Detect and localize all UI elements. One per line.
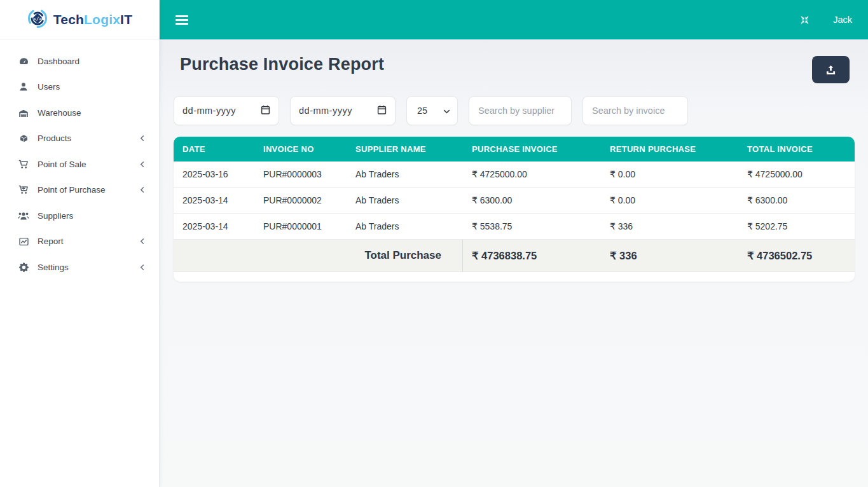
date-to-value: dd-mm-yyyy xyxy=(299,106,352,116)
cell-purchase-invoice: ₹ 4725000.00 xyxy=(463,161,601,188)
sidebar-item-label: Products xyxy=(38,134,71,143)
sidebar: </> TechLogixIT Dashboard Users xyxy=(0,0,160,487)
sidebar-item-products[interactable]: Products xyxy=(0,126,159,152)
column-header-supplier-name: SUPPLIER NAME xyxy=(347,137,463,161)
table-row: 2025-03-16 PUR#0000003 Ab Traders ₹ 4725… xyxy=(174,161,855,188)
cart-icon xyxy=(18,159,29,169)
user-icon xyxy=(18,82,29,92)
chevron-left-icon xyxy=(140,264,145,271)
users-group-icon xyxy=(18,210,29,221)
user-menu[interactable]: Jack xyxy=(833,15,852,25)
table-header: DATE INVOICE NO SUPPLIER NAME PURCHASE I… xyxy=(174,137,855,161)
sidebar-item-point-of-purchase[interactable]: Point of Purchase xyxy=(0,177,159,203)
column-header-return-purchase: RETURN PURCHASE xyxy=(601,137,738,161)
sidebar-item-settings[interactable]: Settings xyxy=(0,254,159,280)
page-title: Purchase Invoice Report xyxy=(180,55,384,74)
date-to-input[interactable]: dd-mm-yyyy xyxy=(290,96,396,125)
cart-plus-icon xyxy=(18,185,29,195)
column-header-total-invoice: TOTAL INVOICE xyxy=(738,137,855,161)
total-invoice: ₹ 4736502.75 xyxy=(738,240,855,272)
cell-return-purchase: ₹ 0.00 xyxy=(601,188,738,214)
sidebar-item-dashboard[interactable]: Dashboard xyxy=(0,48,159,74)
sidebar-item-label: Warehouse xyxy=(38,108,81,118)
filter-bar: dd-mm-yyyy dd-mm-yyyy xyxy=(174,96,854,125)
table-row: 2025-03-14 PUR#0000001 Ab Traders ₹ 5538… xyxy=(174,214,855,240)
total-purchase-invoice: ₹ 4736838.75 xyxy=(463,240,601,272)
warehouse-icon xyxy=(18,107,29,118)
sidebar-item-report[interactable]: Report xyxy=(0,229,159,255)
sidebar-toggle-button[interactable] xyxy=(176,15,188,25)
sidebar-item-users[interactable]: Users xyxy=(0,74,159,100)
fullscreen-toggle-button[interactable] xyxy=(799,15,810,25)
sidebar-item-label: Settings xyxy=(38,263,69,272)
sidebar-nav: Dashboard Users Warehouse xyxy=(0,39,159,289)
calendar-icon xyxy=(261,105,270,117)
cell-total-invoice: ₹ 5202.75 xyxy=(738,214,855,240)
box-icon xyxy=(18,134,29,144)
cell-supplier: Ab Traders xyxy=(347,188,463,214)
chevron-left-icon xyxy=(140,238,145,245)
upload-icon xyxy=(825,65,836,75)
export-button[interactable] xyxy=(812,56,850,83)
page-content: Purchase Invoice Report dd-mm-yyyy xyxy=(160,39,868,487)
chevron-left-icon xyxy=(140,186,145,193)
sidebar-item-label: Users xyxy=(38,82,60,92)
main-area: Jack Purchase Invoice Report dd-mm-yyyy xyxy=(160,0,868,487)
cell-date: 2025-03-16 xyxy=(174,161,254,188)
table-row: 2025-03-14 PUR#0000002 Ab Traders ₹ 6300… xyxy=(174,188,855,214)
date-from-value: dd-mm-yyyy xyxy=(183,106,236,116)
brand-logo[interactable]: </> TechLogixIT xyxy=(0,0,159,39)
sidebar-item-point-of-sale[interactable]: Point of Sale xyxy=(0,151,159,177)
sidebar-item-label: Report xyxy=(38,237,64,246)
cell-invoice-no: PUR#0000002 xyxy=(254,188,347,214)
invoice-table-card: DATE INVOICE NO SUPPLIER NAME PURCHASE I… xyxy=(174,137,855,282)
cell-date: 2025-03-14 xyxy=(174,188,254,214)
total-return-purchase: ₹ 336 xyxy=(601,240,738,272)
calendar-icon xyxy=(377,105,387,117)
page-size-select[interactable]: 25 xyxy=(406,96,458,125)
chart-line-icon xyxy=(18,237,29,247)
cell-invoice-no: PUR#0000001 xyxy=(254,214,347,240)
brand-name: TechLogixIT xyxy=(53,12,132,27)
chevron-left-icon xyxy=(140,135,145,142)
column-header-purchase-invoice: PURCHASE INVOICE xyxy=(463,137,601,161)
sidebar-item-suppliers[interactable]: Suppliers xyxy=(0,203,159,229)
gear-icon xyxy=(18,262,29,272)
brand-logo-icon: </> xyxy=(27,8,48,32)
sidebar-item-warehouse[interactable]: Warehouse xyxy=(0,100,159,126)
cell-supplier: Ab Traders xyxy=(347,214,463,240)
chevron-down-icon xyxy=(443,106,450,116)
dashboard-icon xyxy=(18,56,29,66)
column-header-date: DATE xyxy=(174,137,254,161)
cell-supplier: Ab Traders xyxy=(347,161,463,188)
sidebar-item-label: Suppliers xyxy=(38,211,73,221)
compress-icon xyxy=(799,15,810,25)
table-footer: Total Purchase ₹ 4736838.75 ₹ 336 ₹ 4736… xyxy=(174,240,855,272)
cell-total-invoice: ₹ 4725000.00 xyxy=(738,161,855,188)
column-header-invoice-no: INVOICE NO xyxy=(254,137,347,161)
invoice-table: DATE INVOICE NO SUPPLIER NAME PURCHASE I… xyxy=(174,137,855,272)
page-size-value: 25 xyxy=(417,106,427,116)
total-label: Total Purchase xyxy=(174,240,463,272)
cell-return-purchase: ₹ 336 xyxy=(601,214,738,240)
svg-text:</>: </> xyxy=(33,16,42,22)
sidebar-item-label: Dashboard xyxy=(38,57,79,66)
cell-purchase-invoice: ₹ 6300.00 xyxy=(463,188,601,214)
sidebar-item-label: Point of Purchase xyxy=(38,185,106,195)
cell-total-invoice: ₹ 6300.00 xyxy=(738,188,855,214)
cell-invoice-no: PUR#0000003 xyxy=(254,161,347,188)
cell-date: 2025-03-14 xyxy=(174,214,254,240)
cell-purchase-invoice: ₹ 5538.75 xyxy=(463,214,601,240)
chevron-left-icon xyxy=(140,161,145,168)
sidebar-item-label: Point of Sale xyxy=(38,160,86,169)
date-from-input[interactable]: dd-mm-yyyy xyxy=(174,96,279,125)
cell-return-purchase: ₹ 0.00 xyxy=(601,161,738,188)
supplier-search-input[interactable] xyxy=(469,96,572,125)
invoice-search-input[interactable] xyxy=(582,96,688,125)
topbar: Jack xyxy=(160,0,868,39)
